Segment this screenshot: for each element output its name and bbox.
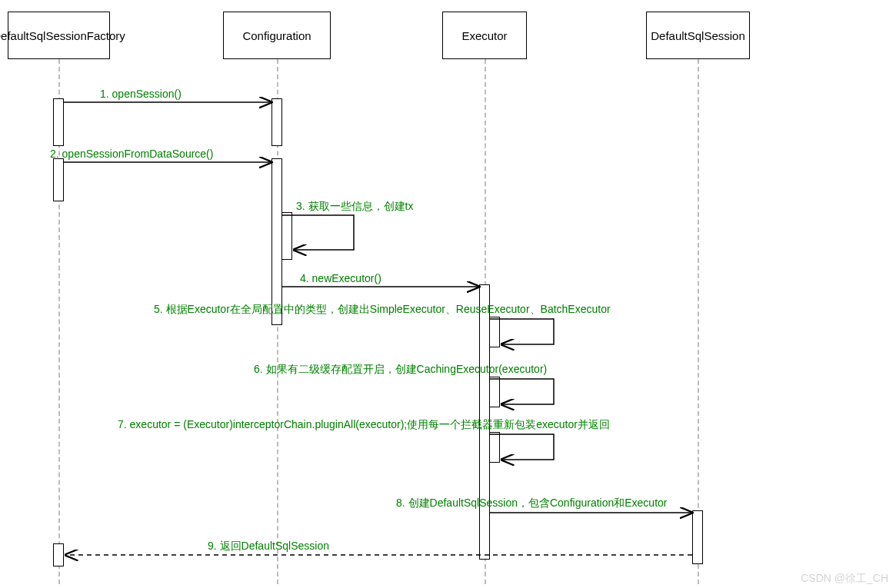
msg-2: 2. openSessionFromDataSource() xyxy=(50,148,213,160)
activation-p1-1 xyxy=(53,98,64,146)
activation-p2-1 xyxy=(271,98,282,146)
msg-5: 5. 根据Executor在全局配置中的类型，创建出SimpleExecutor… xyxy=(154,303,611,317)
participant-label: DefaultSqlSessionFactory xyxy=(0,29,125,42)
msg-7: 7. executor = (Executor)interceptorChain… xyxy=(118,418,610,432)
msg-1: 1. openSession() xyxy=(100,88,182,100)
participant-label: DefaultSqlSession xyxy=(651,29,745,42)
activation-p3-4 xyxy=(489,432,500,463)
msg-8: 8. 创建DefaultSqlSession，包含Configuration和E… xyxy=(396,497,668,510)
participant-configuration: Configuration xyxy=(223,12,331,59)
activation-p3-3 xyxy=(489,377,500,407)
msg-4: 4. newExecutor() xyxy=(300,272,381,284)
msg-6: 6. 如果有二级缓存配置开启，创建CachingExecutor(executo… xyxy=(254,363,547,377)
activation-p4-1 xyxy=(692,510,703,564)
activation-p3-2 xyxy=(489,317,500,347)
msg-9: 9. 返回DefaultSqlSession xyxy=(208,540,329,553)
activation-p1-3 xyxy=(53,543,64,566)
lifeline-p4 xyxy=(698,59,699,584)
arrow-3 xyxy=(282,215,354,250)
activation-p2-3 xyxy=(281,212,292,260)
participant-label: Executor xyxy=(461,29,507,42)
activation-p2-2 xyxy=(271,158,282,325)
msg-3: 3. 获取一些信息，创建tx xyxy=(296,200,413,214)
participant-defaultsqlsessionfactory: DefaultSqlSessionFactory xyxy=(8,12,110,59)
activation-p1-2 xyxy=(53,158,64,201)
participant-executor: Executor xyxy=(442,12,527,59)
watermark: CSDN @徐工_CH xyxy=(801,572,888,586)
participant-label: Configuration xyxy=(242,29,311,42)
participant-defaultsqlsession: DefaultSqlSession xyxy=(646,12,750,59)
